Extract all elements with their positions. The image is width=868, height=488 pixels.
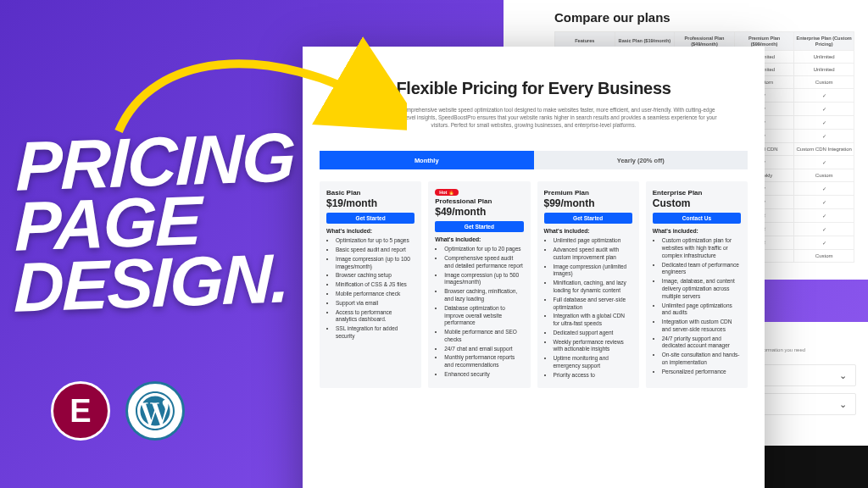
plan-feature: Optimization for up to 20 pages [444, 246, 523, 253]
elementor-icon: E [51, 381, 110, 441]
plan-feature: Minification of CSS & JS files [336, 281, 415, 289]
compare-cell: ✓ [794, 223, 854, 236]
compare-cell: ✓ [794, 236, 854, 250]
plan-feature: Full database and server-side optimizati… [554, 297, 632, 312]
compare-cell: Custom [794, 169, 854, 182]
plan-card: Hot 🔥Professional Plan$49/monthGet Start… [428, 181, 530, 388]
compare-cell: Custom [794, 250, 854, 263]
plan-price: $19/month [326, 197, 415, 209]
plan-feature: Browser caching setup [336, 272, 415, 280]
compare-cell: Unlimited [794, 64, 854, 76]
compare-cell: ✓ [794, 156, 854, 169]
promo-heading: PRICING PAGE DESIGN. [15, 131, 293, 313]
plan-feature: Monthly performance reports and recommen… [444, 354, 523, 369]
tool-logos: E [51, 381, 185, 441]
compare-header: Enterprise Plan (Custom Pricing) [794, 32, 854, 51]
plan-feature: 24/7 priority support and dedicated acco… [662, 336, 741, 351]
promo-line-3: DESIGN. [14, 239, 289, 325]
compare-cell: ✓ [794, 103, 854, 116]
compare-title: Compare our plans [554, 10, 854, 25]
compare-cell: ✓ [794, 130, 854, 143]
plan-feature: Priority access to [554, 372, 632, 380]
plan-feature: Dedicated team of performance engineers [662, 262, 741, 277]
hot-badge: Hot 🔥 [435, 189, 459, 196]
plan-feature: Dedicated support agent [554, 330, 632, 337]
plan-name: Professional Plan [435, 197, 523, 205]
plan-feature: Support via email [336, 300, 415, 308]
compare-cell: ✓ [794, 89, 854, 103]
compare-cell: ✓ [794, 116, 854, 130]
plan-card: Enterprise PlanCustomContact UsWhat's in… [646, 181, 748, 388]
plan-feature: Unlimited page optimizations and audits [662, 302, 741, 318]
chevron-down-icon: ⌄ [839, 399, 847, 410]
plan-feature: Browser caching, minification, and lazy … [444, 288, 523, 303]
included-label: What's included: [435, 236, 523, 242]
plan-feature: Image compression (unlimited images) [554, 263, 632, 279]
plan-cta-button[interactable]: Contact Us [653, 213, 741, 224]
plan-name: Premium Plan [544, 189, 632, 197]
plan-card: Basic Plan$19/monthGet StartedWhat's inc… [320, 181, 421, 388]
included-label: What's included: [544, 228, 632, 234]
plan-feature: Custom optimization plan for websites wi… [662, 237, 741, 259]
plan-cta-button[interactable]: Get Started [326, 213, 415, 224]
plans-grid: Basic Plan$19/monthGet StartedWhat's inc… [320, 181, 748, 388]
compare-cell: Custom [794, 76, 854, 89]
plan-feature: SSL integration for added security [336, 325, 415, 341]
plan-feature: Comprehensive speed audit and detailed p… [444, 255, 523, 270]
plan-feature: Minification, caching, and lazy loading … [554, 280, 632, 295]
plan-feature: Access to performance analytics dashboar… [336, 309, 415, 324]
plan-price: Custom [653, 197, 741, 209]
plan-feature: Image compression (up to 500 images/mont… [444, 272, 523, 287]
wordpress-icon [125, 381, 185, 441]
plan-feature: Mobile performance check [336, 291, 415, 298]
compare-cell: ✓ [794, 209, 854, 223]
compare-cell: Unlimited [794, 51, 854, 64]
plan-cta-button[interactable]: Get Started [435, 221, 523, 232]
plan-feature: 24/7 chat and email support [444, 346, 523, 353]
plan-feature: Enhanced security [444, 371, 523, 379]
plan-feature: Basic speed audit and report [336, 247, 415, 254]
plan-feature: Personalized performance [662, 369, 741, 376]
included-label: What's included: [653, 228, 741, 234]
plan-feature: Integration with custom CDN and server-s… [662, 319, 741, 334]
plan-feature: Mobile performance and SEO checks [444, 329, 523, 344]
included-label: What's included: [326, 228, 415, 234]
compare-cell: ✓ [794, 182, 854, 196]
plan-price: $99/month [544, 197, 632, 209]
plan-feature: Image compression (up to 100 images/mont… [336, 256, 415, 271]
compare-cell: Custom CDN Integration [794, 143, 854, 156]
plan-feature: Advanced speed audit with custom improve… [554, 247, 632, 262]
plan-feature: Optimization for up to 5 pages [336, 237, 415, 245]
plan-name: Basic Plan [326, 189, 415, 197]
plan-price: $49/month [435, 206, 523, 218]
tab-yearly[interactable]: Yearly (20% off) [534, 151, 748, 169]
compare-cell: ✓ [794, 196, 854, 209]
plan-feature: Weekly performance reviews with actionab… [554, 339, 632, 354]
plan-feature: Database optimization to improve overall… [444, 305, 523, 327]
plan-cta-button[interactable]: Get Started [544, 213, 632, 224]
plan-card: Premium Plan$99/monthGet StartedWhat's i… [537, 181, 639, 388]
plan-feature: Uptime monitoring and emergency support [554, 355, 632, 370]
plan-feature: Integration with a global CDN for ultra-… [554, 313, 632, 328]
plan-feature: Unlimited page optimization [554, 237, 632, 245]
plan-feature: On-site consultation and hands-on implem… [662, 352, 741, 367]
chevron-down-icon: ⌄ [839, 370, 847, 381]
plan-feature: Image, database, and content delivery op… [662, 278, 741, 300]
plan-name: Enterprise Plan [653, 189, 741, 197]
